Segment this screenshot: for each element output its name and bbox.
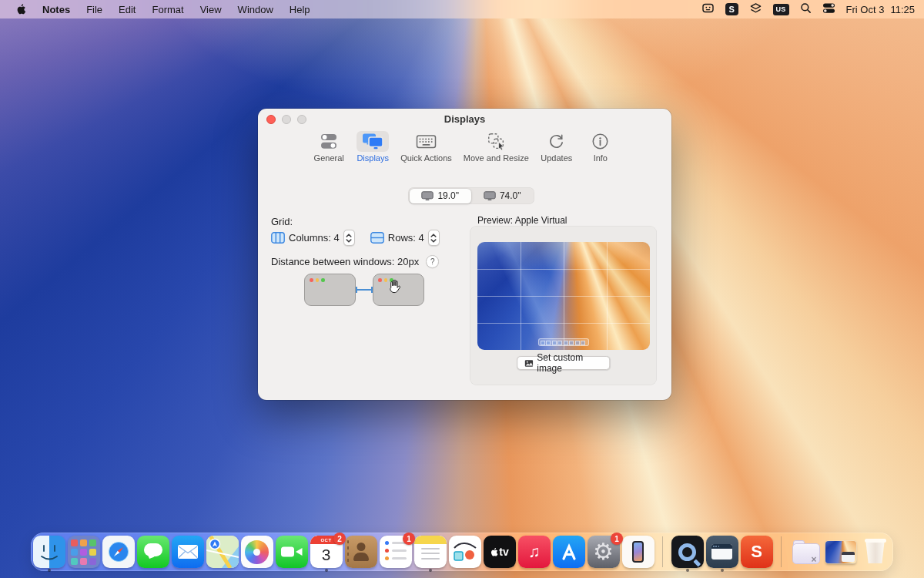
dock-app-store[interactable] — [551, 536, 586, 571]
dock-windows-app[interactable] — [705, 536, 739, 571]
dock-finder[interactable] — [32, 536, 66, 571]
s-menu-badge-icon[interactable]: S — [725, 3, 738, 15]
display-picker: 19.0" 74.0" — [408, 187, 534, 204]
dock-contacts[interactable] — [343, 536, 378, 571]
dock-music[interactable]: ♫ — [517, 536, 551, 571]
windows-app-icon — [706, 536, 738, 568]
displays-icon — [357, 131, 389, 152]
columns-stepper[interactable] — [343, 230, 355, 246]
picture-icon — [524, 359, 534, 368]
finder-icon — [33, 536, 65, 568]
dock-maps[interactable] — [205, 536, 239, 571]
window-titlebar: Displays — [258, 109, 671, 129]
menu-window[interactable]: Window — [238, 4, 273, 15]
info-icon — [584, 131, 617, 152]
segment-display-74[interactable]: 74.0" — [471, 189, 534, 203]
gear-glyph: ⚙ — [593, 540, 614, 563]
trash-icon — [865, 538, 886, 564]
photos-icon — [241, 536, 273, 568]
help-button[interactable]: ? — [426, 255, 439, 268]
menu-edit[interactable]: Edit — [119, 4, 136, 15]
mock-window-left[interactable] — [304, 274, 356, 306]
tab-quick-actions[interactable]: Quick Actions — [400, 131, 452, 163]
dock: OCT 3 2 1 — [31, 533, 893, 571]
keyboard-layout-badge[interactable]: US — [773, 4, 789, 15]
dock-minimized-window[interactable] — [823, 536, 858, 571]
keyboard-icon — [410, 131, 442, 152]
s-letter: S — [751, 542, 762, 562]
dock-apple-tv[interactable]: tv — [482, 536, 517, 571]
dock-photos[interactable] — [239, 536, 274, 571]
iphone-mirroring-icon — [622, 536, 654, 568]
move-resize-icon — [480, 131, 512, 152]
control-center-icon[interactable] — [822, 2, 835, 16]
music-note-glyph: ♫ — [528, 543, 541, 561]
dock-reminders[interactable]: 1 — [378, 536, 413, 571]
tv-label: tv — [499, 546, 508, 558]
distance-label: Distance between windows: 20px — [271, 256, 419, 267]
dock-quicktime[interactable] — [670, 536, 705, 571]
preview-panel: Set custom image — [470, 226, 657, 385]
folder-x-glyph: × — [811, 554, 816, 565]
rows-stepper[interactable] — [428, 230, 440, 246]
menu-help[interactable]: Help — [290, 4, 310, 15]
dock-facetime[interactable] — [274, 536, 309, 571]
dock-trash[interactable] — [858, 536, 892, 571]
app-store-icon — [553, 536, 585, 568]
menu-file[interactable]: File — [86, 4, 102, 15]
assistant-menu-extra-icon[interactable] — [701, 2, 715, 16]
mail-icon — [172, 536, 204, 568]
contacts-icon — [345, 536, 377, 568]
set-custom-image-label: Set custom image — [537, 352, 602, 374]
grid-section-label: Grid: — [271, 216, 293, 227]
dock-messages[interactable] — [136, 536, 170, 571]
tab-move-and-resize[interactable]: Move and Resize — [464, 131, 529, 163]
window-toolbar: General Displays — [258, 131, 671, 163]
monitor-icon — [421, 191, 434, 201]
apple-menu-icon[interactable] — [15, 3, 26, 15]
menu-bar: Notes File Edit Format View Window Help … — [0, 0, 924, 18]
dock-mail[interactable] — [170, 536, 205, 571]
calendar-day: 3 — [310, 544, 343, 566]
dock-freeform[interactable] — [447, 536, 482, 571]
menu-format[interactable]: Format — [152, 4, 183, 15]
running-indicator — [721, 569, 724, 572]
dock-safari[interactable] — [101, 536, 136, 571]
mini-dock-illustration — [538, 338, 589, 346]
tab-general[interactable]: General — [313, 131, 345, 163]
desktop-wallpaper: Notes File Edit Format View Window Help … — [0, 0, 924, 578]
dock-calendar[interactable]: OCT 3 2 — [309, 536, 343, 571]
spotlight-icon[interactable] — [800, 2, 812, 16]
calendar-badge: 2 — [333, 533, 346, 545]
columns-value-label: Columns: 4 — [289, 232, 340, 244]
tab-displays[interactable]: Displays — [357, 131, 389, 163]
menu-app-name[interactable]: Notes — [42, 4, 70, 15]
running-indicator — [325, 569, 328, 572]
dock-iphone-mirroring[interactable] — [621, 536, 655, 571]
rows-value-label: Rows: 4 — [388, 232, 424, 244]
settings-badge: 1 — [611, 533, 623, 545]
dock-folder[interactable]: × — [788, 536, 823, 571]
set-custom-image-button[interactable]: Set custom image — [517, 356, 611, 370]
grid-line — [477, 296, 650, 297]
safari-icon — [102, 536, 135, 568]
segment-display-19[interactable]: 19.0" — [410, 189, 472, 203]
dock-s-app[interactable]: S — [739, 536, 774, 571]
dock-system-settings[interactable]: ⚙ 1 — [586, 536, 621, 571]
hand-cursor-icon — [387, 278, 402, 295]
segment-label: 74.0" — [500, 190, 521, 201]
dock-notes[interactable] — [413, 536, 447, 571]
music-icon: ♫ — [518, 536, 551, 568]
dock-launchpad[interactable] — [66, 536, 101, 571]
toggles-icon — [313, 131, 345, 152]
grid-line — [477, 269, 650, 270]
running-indicator — [429, 569, 432, 572]
tab-info[interactable]: Info — [584, 131, 617, 163]
menu-view[interactable]: View — [200, 4, 222, 15]
messages-icon — [137, 536, 169, 568]
tab-updates[interactable]: Updates — [541, 131, 573, 163]
minimized-window-thumbnail — [825, 541, 856, 563]
layers-menu-icon[interactable] — [749, 2, 762, 17]
menu-bar-clock[interactable]: Fri Oct 3 11:25 — [846, 4, 915, 15]
rows-icon — [370, 232, 384, 244]
